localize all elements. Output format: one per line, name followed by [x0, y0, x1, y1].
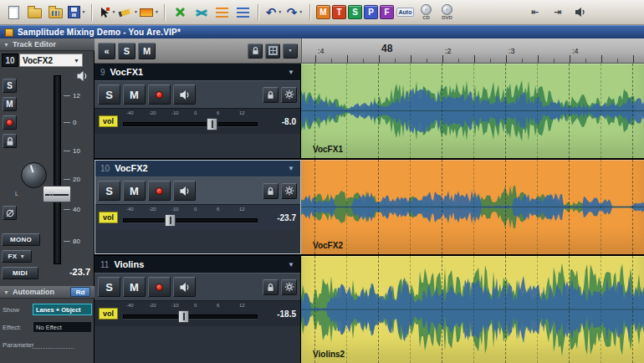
track-volume-slider[interactable]: -40-20-100612 [121, 109, 259, 134]
record-button[interactable] [3, 115, 17, 130]
pan-knob[interactable] [21, 162, 47, 188]
fx-button[interactable]: FX ▼ [2, 250, 32, 263]
track-mute-button[interactable]: M [123, 277, 146, 297]
chevron-down-icon[interactable]: ▼ [288, 69, 294, 76]
mouse-mode-button[interactable]: ▼ [98, 3, 117, 23]
record-dot-icon [156, 187, 163, 195]
track-mute-button[interactable]: M [123, 181, 146, 201]
track-header[interactable]: 10 VocFX2 ▼ S M [95, 160, 301, 254]
track-title-bar[interactable]: 10 VocFX2 ▼ [95, 160, 300, 176]
track-title-bar[interactable]: 11 Violins ▼ [95, 256, 300, 273]
import-audio-button[interactable] [46, 3, 65, 23]
chevron-down-icon[interactable]: ▼ [288, 165, 294, 172]
ruler-tick [585, 59, 586, 63]
timeline-ruler[interactable]: :448:2:3:4 [301, 38, 644, 64]
track-editor-header[interactable]: ▼ Track Editor [0, 38, 95, 51]
delete-objects-button[interactable] [171, 3, 190, 23]
volume-fader-handle[interactable] [43, 186, 71, 202]
lock-button[interactable] [3, 134, 17, 148]
track-manager-button[interactable] [233, 3, 253, 23]
clip-label: VocFX1 [313, 145, 343, 154]
open-project-button[interactable] [25, 3, 44, 23]
save-project-button[interactable]: ▼ [67, 3, 86, 23]
master-solo-button[interactable]: S [118, 43, 135, 59]
track-rows: 9 VocFX1 ▼ S M [95, 64, 644, 363]
track-solo-button[interactable]: S [98, 84, 120, 105]
volume-fader-groove[interactable] [54, 75, 61, 264]
redo-button[interactable]: ↷▼ [285, 3, 304, 23]
track-record-button[interactable] [148, 84, 171, 105]
master-mute-button[interactable]: M [138, 43, 156, 59]
audio-output-button[interactable]: ⇥ [548, 3, 567, 23]
track-monitor-button[interactable] [173, 277, 196, 297]
marker-m-button[interactable]: M [316, 5, 330, 19]
new-project-button[interactable] [4, 3, 23, 23]
grid-snap-button[interactable] [265, 43, 280, 59]
track-lock-button[interactable] [263, 87, 279, 103]
mute-button[interactable]: M [3, 97, 17, 111]
marker-t-button[interactable]: T [332, 5, 346, 19]
track-settings-button[interactable] [281, 279, 297, 295]
undo-button[interactable]: ↶▼ [264, 3, 284, 23]
dvd-button[interactable]: DVD [437, 3, 457, 23]
collapse-all-button[interactable]: « [98, 43, 115, 59]
track-lock-button[interactable] [263, 279, 279, 295]
solo-button[interactable]: S [3, 79, 17, 93]
track-solo-button[interactable]: S [98, 181, 120, 201]
ruler-options-button[interactable]: ▼ [283, 43, 298, 59]
crossfade-editor-button[interactable] [192, 3, 211, 23]
track-name-combo[interactable]: VocFX2 ▼ [19, 54, 83, 67]
volume-handle[interactable] [207, 118, 217, 130]
track-volume-slider[interactable]: -40-20-100612 [121, 301, 259, 326]
volume-tick-label: 12 [239, 207, 245, 212]
show-mode-select[interactable]: Lanes + Object [33, 304, 92, 315]
track-header[interactable]: 11 Violins ▼ S M [95, 256, 301, 363]
marker-f-button[interactable]: F [380, 5, 394, 19]
track-record-button[interactable] [148, 181, 171, 201]
project-titlebar[interactable]: Samplitude Mixing Demo - You Are.VIP* [0, 25, 644, 38]
parameter-placeholder[interactable] [33, 341, 74, 349]
track-monitor-button[interactable] [173, 84, 196, 105]
midi-button[interactable]: MIDI [2, 267, 38, 279]
auto-button[interactable]: Auto [396, 3, 415, 23]
track-lane[interactable]: Violins2 [301, 256, 644, 363]
monitoring-button[interactable] [570, 3, 590, 23]
track-lock-button[interactable] [263, 183, 279, 199]
marker-p-button[interactable]: P [364, 5, 378, 19]
track-volume-bar: vol -40-20-100612 -18.5 [95, 301, 300, 326]
track-lane[interactable]: VocFX1 [301, 64, 644, 158]
cd-button[interactable]: CD [417, 3, 436, 23]
track-record-button[interactable] [148, 277, 171, 297]
track-settings-button[interactable] [281, 183, 297, 199]
fader-value: -23.7 [42, 267, 90, 277]
monitor-speaker-button[interactable] [74, 70, 90, 83]
track-header[interactable]: 9 VocFX1 ▼ S M [95, 64, 301, 158]
input-connector-icon: ⇤ [531, 8, 539, 17]
track-lane[interactable]: VocFX2 [301, 160, 644, 254]
track-monitor-button[interactable] [173, 181, 196, 201]
object-color-button[interactable]: ▼ [140, 3, 159, 23]
beat-gridline [537, 160, 538, 254]
track-title-bar[interactable]: 9 VocFX1 ▼ [95, 64, 300, 80]
volume-tick-label: -40 [126, 207, 134, 212]
automation-read-button[interactable]: Rd [70, 287, 90, 297]
track-volume-slider[interactable]: -40-20-100612 [121, 205, 259, 230]
track-volume-value: -23.7 [263, 213, 296, 222]
object-manager-button[interactable] [212, 3, 232, 23]
phase-button[interactable] [3, 206, 17, 220]
track-solo-button[interactable]: S [98, 277, 120, 297]
audio-input-button[interactable]: ⇤ [525, 3, 544, 23]
track-mute-button[interactable]: M [123, 84, 146, 105]
draw-mode-button[interactable]: ▼ [119, 3, 138, 23]
track-settings-button[interactable] [281, 87, 297, 103]
volume-handle[interactable] [165, 214, 176, 227]
chevron-down-icon[interactable]: ▼ [288, 261, 294, 268]
automation-header[interactable]: ▼ Automation Rd [0, 286, 95, 299]
ruler-lock-button[interactable] [248, 43, 263, 59]
marker-s-button[interactable]: S [348, 5, 362, 19]
volume-handle[interactable] [178, 310, 189, 323]
mono-button[interactable]: MONO [2, 233, 40, 246]
effect-select[interactable]: No Effect [33, 321, 92, 333]
beat-gridline [505, 160, 506, 254]
toolbar-right-group: ⇤ ⇥ [525, 3, 590, 23]
